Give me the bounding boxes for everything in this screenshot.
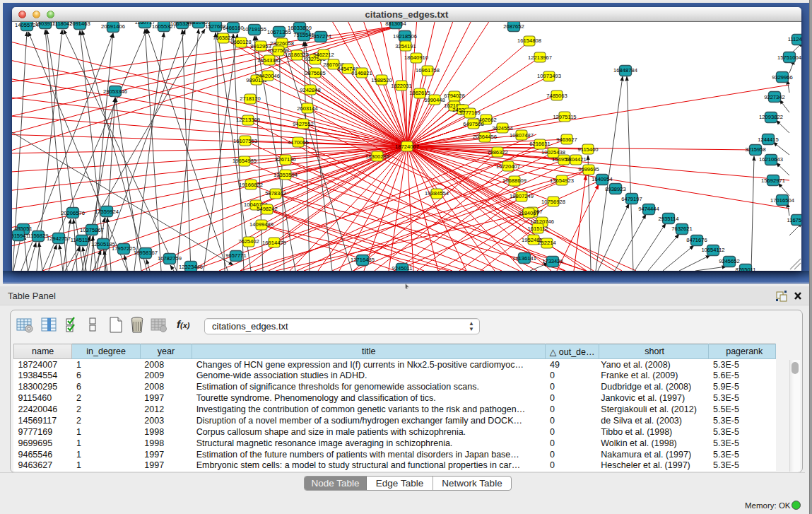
svg-text:9657771: 9657771: [225, 252, 247, 259]
svg-text:2935114: 2935114: [659, 216, 679, 222]
svg-text:15751004: 15751004: [777, 54, 801, 61]
svg-text:24420046: 24420046: [256, 73, 280, 79]
svg-text:252214: 252214: [538, 240, 555, 246]
svg-text:18640910: 18640910: [404, 54, 428, 61]
svg-text:9115460: 9115460: [578, 146, 599, 153]
svg-text:7485063: 7485063: [546, 93, 567, 99]
svg-text:8938923: 8938923: [605, 186, 626, 192]
svg-text:9242848: 9242848: [300, 87, 321, 93]
svg-text:10958167: 10958167: [134, 250, 158, 256]
svg-text:20691406: 20691406: [101, 23, 125, 30]
svg-text:1640954: 1640954: [592, 176, 613, 182]
svg-text:13654923: 13654923: [550, 177, 574, 184]
svg-text:16154808: 16154808: [517, 37, 541, 44]
svg-text:16782759: 16782759: [158, 255, 182, 262]
svg-text:1733426: 1733426: [542, 258, 563, 264]
svg-text:7632621: 7632621: [671, 226, 693, 232]
svg-text:1244415: 1244415: [758, 136, 779, 143]
svg-text:19218506: 19218506: [393, 33, 417, 40]
svg-text:20206576: 20206576: [61, 210, 85, 216]
svg-text:5462212: 5462212: [313, 52, 334, 58]
svg-text:9427552: 9427552: [293, 121, 314, 127]
svg-text:1167531: 1167531: [787, 217, 802, 223]
svg-text:9660128: 9660128: [230, 39, 252, 45]
svg-text:15720407: 15720407: [496, 163, 520, 170]
svg-text:5804421: 5804421: [565, 156, 587, 163]
svg-text:7625402: 7625402: [238, 238, 259, 245]
svg-text:16033809: 16033809: [288, 25, 312, 31]
svg-text:6479197: 6479197: [621, 196, 642, 202]
svg-text:6990448: 6990448: [424, 97, 445, 103]
svg-text:4170065: 4170065: [288, 139, 309, 146]
svg-text:3624554: 3624554: [492, 125, 513, 132]
svg-text:12093822: 12093822: [759, 114, 783, 120]
svg-text:17957225: 17957225: [112, 245, 136, 252]
svg-text:3915941: 3915941: [12, 233, 29, 239]
svg-text:9146821: 9146821: [351, 70, 372, 76]
svg-text:18300295: 18300295: [365, 153, 389, 160]
svg-text:10756928: 10756928: [541, 199, 565, 205]
svg-text:10807487: 10807487: [510, 132, 534, 139]
svg-text:8471676: 8471676: [686, 237, 707, 243]
svg-text:5498242: 5498242: [257, 206, 278, 212]
svg-text:2603144: 2603144: [297, 105, 318, 112]
svg-text:12213369: 12213369: [236, 117, 260, 123]
svg-text:19166822: 19166822: [239, 182, 263, 188]
svg-text:9463627: 9463627: [556, 136, 577, 143]
svg-text:1156829: 1156829: [28, 233, 49, 239]
svg-text:12942757: 12942757: [47, 235, 71, 242]
svg-text:8765011: 8765011: [736, 267, 756, 271]
svg-text:13716485: 13716485: [351, 257, 375, 263]
svg-text:2087652: 2087652: [503, 23, 524, 30]
svg-text:10375867: 10375867: [80, 227, 104, 233]
svg-text:18807249: 18807249: [510, 193, 534, 199]
svg-text:12213967: 12213967: [528, 54, 552, 61]
svg-text:29053346: 29053346: [103, 88, 127, 95]
svg-text:7986322: 7986322: [487, 149, 508, 156]
svg-text:1112480: 1112480: [788, 36, 801, 42]
svg-text:18724007: 18724007: [395, 144, 419, 150]
svg-text:2091463: 2091463: [69, 22, 90, 27]
svg-text:12975115: 12975115: [553, 114, 576, 120]
svg-text:9474444: 9474444: [638, 206, 659, 212]
svg-text:2718170: 2718170: [240, 95, 261, 102]
svg-text:20364456: 20364456: [473, 134, 497, 140]
svg-text:3215958: 3215958: [745, 146, 766, 153]
svg-text:19384554: 19384554: [425, 190, 449, 197]
svg-text:1588520: 1588520: [371, 77, 392, 83]
svg-text:16914479: 16914479: [262, 240, 286, 246]
svg-text:9227342: 9227342: [764, 94, 785, 100]
svg-text:8813054: 8813054: [385, 22, 406, 27]
svg-text:10719155: 10719155: [242, 26, 266, 33]
svg-text:9777169: 9777169: [459, 110, 481, 116]
svg-text:12323446: 12323446: [179, 264, 203, 270]
svg-text:9184067: 9184067: [518, 210, 539, 216]
svg-text:14099489: 14099489: [249, 221, 273, 228]
svg-text:16848784: 16848784: [613, 67, 637, 74]
svg-text:9245652: 9245652: [719, 258, 740, 264]
svg-text:17016504: 17016504: [770, 197, 794, 204]
svg-text:16961758: 16961758: [416, 67, 440, 74]
svg-text:7357274: 7357274: [310, 33, 331, 40]
svg-text:1822031: 1822031: [391, 83, 412, 89]
svg-text:5878342: 5878342: [265, 190, 286, 197]
svg-text:6497568: 6497568: [463, 121, 484, 127]
svg-text:10973493: 10973493: [537, 73, 561, 79]
svg-text:1862615: 1862615: [409, 90, 430, 96]
svg-text:19654985: 19654985: [233, 158, 257, 164]
svg-text:16543382: 16543382: [257, 57, 281, 64]
svg-text:6794028: 6794028: [444, 93, 465, 99]
svg-text:14136141: 14136141: [512, 255, 536, 262]
svg-text:13353594: 13353594: [273, 172, 298, 178]
svg-text:9245011: 9245011: [392, 265, 413, 271]
svg-text:16107553: 16107553: [233, 138, 257, 144]
svg-text:10654112: 10654112: [701, 247, 724, 253]
svg-text:9699695: 9699695: [578, 166, 599, 173]
svg-text:3254191: 3254191: [395, 43, 416, 49]
svg-text:6466160: 6466160: [223, 25, 244, 31]
svg-text:16210643: 16210643: [759, 156, 783, 163]
svg-text:17359924: 17359924: [95, 209, 119, 215]
svg-text:1615112: 1615112: [528, 226, 548, 232]
svg-text:10688609: 10688609: [502, 177, 526, 184]
svg-text:11451194: 11451194: [71, 237, 94, 243]
